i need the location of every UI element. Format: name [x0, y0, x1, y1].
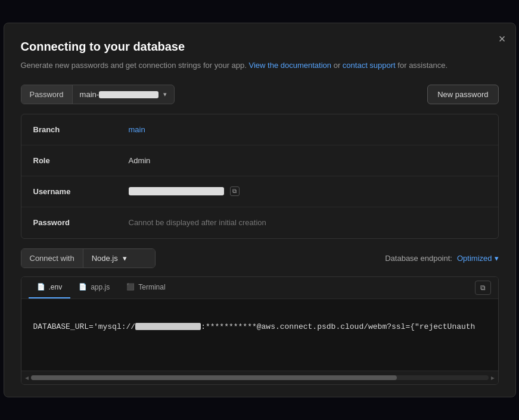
copy-code-button[interactable]: ⧉: [475, 281, 491, 295]
connecting-modal: × Connecting to your database Generate n…: [4, 23, 516, 397]
password-field-label: Password: [33, 218, 129, 227]
role-value: Admin: [129, 156, 151, 165]
endpoint-info: Database endpoint: Optimized ▾: [385, 254, 498, 263]
subtitle-text-end: for assistance.: [397, 61, 447, 70]
scroll-left-icon[interactable]: ◂: [25, 374, 29, 382]
close-button[interactable]: ×: [499, 33, 506, 45]
modal-subtitle: Generate new passwords and get connectio…: [21, 60, 499, 71]
password-label: Password: [21, 85, 73, 104]
username-value: ⧉: [129, 186, 240, 196]
table-row: Branch main: [21, 114, 498, 145]
table-row: Password Cannot be displayed after initi…: [21, 207, 498, 238]
tab-env[interactable]: 📄 .env: [29, 277, 71, 298]
scroll-track[interactable]: [31, 375, 489, 380]
code-redacted-user: [135, 323, 201, 330]
connect-with-label: Connect with: [21, 249, 83, 267]
scroll-thumb: [31, 375, 397, 380]
endpoint-label: Database endpoint:: [385, 254, 452, 263]
code-line: DATABASE_URL='mysql://:***********@aws.c…: [33, 322, 476, 331]
code-area: DATABASE_URL='mysql://:***********@aws.c…: [21, 299, 498, 371]
framework-chevron-icon: ▾: [123, 254, 127, 263]
tab-terminal-label: Terminal: [138, 283, 165, 291]
role-label: Role: [33, 156, 129, 165]
endpoint-chevron-icon: ▾: [495, 254, 499, 263]
tab-terminal[interactable]: ⬛ Terminal: [118, 277, 173, 298]
modal-title: Connecting to your database: [21, 40, 499, 54]
code-panel: 📄 .env 📄 app.js ⬛ Terminal ⧉ DATABASE_UR…: [21, 276, 499, 385]
tab-appjs-label: app.js: [91, 283, 110, 291]
modal-overlay: × Connecting to your database Generate n…: [0, 0, 519, 420]
appjs-file-icon: 📄: [79, 283, 87, 291]
chevron-down-icon: ▾: [163, 91, 167, 98]
branch-value[interactable]: main: [129, 125, 145, 134]
framework-dropdown[interactable]: Node.js ▾: [83, 249, 155, 267]
username-label: Username: [33, 187, 129, 196]
tab-env-label: .env: [49, 283, 63, 291]
password-dropdown[interactable]: main- ▾: [73, 85, 175, 104]
password-selector[interactable]: Password main- ▾: [21, 85, 175, 104]
branch-label: Branch: [33, 125, 129, 134]
subtitle-text-start: Generate new passwords and get connectio…: [21, 61, 247, 70]
connect-with-selector[interactable]: Connect with Node.js ▾: [21, 248, 156, 268]
table-row: Role Admin: [21, 145, 498, 176]
copy-username-icon[interactable]: ⧉: [230, 186, 240, 196]
terminal-icon: ⬛: [126, 283, 135, 291]
password-value: main-: [80, 90, 159, 99]
password-redacted: [99, 91, 159, 98]
endpoint-value[interactable]: Optimized ▾: [457, 254, 499, 263]
toolbar: Password main- ▾ New password: [21, 85, 499, 104]
contact-support-link[interactable]: contact support: [343, 61, 396, 70]
password-field-value: Cannot be displayed after initial creati…: [129, 218, 266, 227]
tab-appjs[interactable]: 📄 app.js: [70, 277, 118, 298]
tabs-bar: 📄 .env 📄 app.js ⬛ Terminal ⧉: [21, 277, 498, 299]
new-password-button[interactable]: New password: [427, 85, 498, 104]
scrollbar-area: ◂ ▸: [21, 371, 498, 384]
table-row: Username ⧉: [21, 176, 498, 207]
info-table: Branch main Role Admin Username ⧉ Passwo…: [21, 114, 499, 239]
connect-bar: Connect with Node.js ▾ Database endpoint…: [21, 248, 499, 268]
tabs-list: 📄 .env 📄 app.js ⬛ Terminal: [29, 277, 174, 298]
username-redacted: [129, 187, 224, 195]
framework-value: Node.js: [92, 254, 118, 263]
subtitle-text-mid: or: [334, 61, 343, 70]
scroll-right-icon[interactable]: ▸: [491, 374, 495, 382]
env-file-icon: 📄: [37, 283, 45, 291]
view-docs-link[interactable]: View the documentation: [249, 61, 332, 70]
